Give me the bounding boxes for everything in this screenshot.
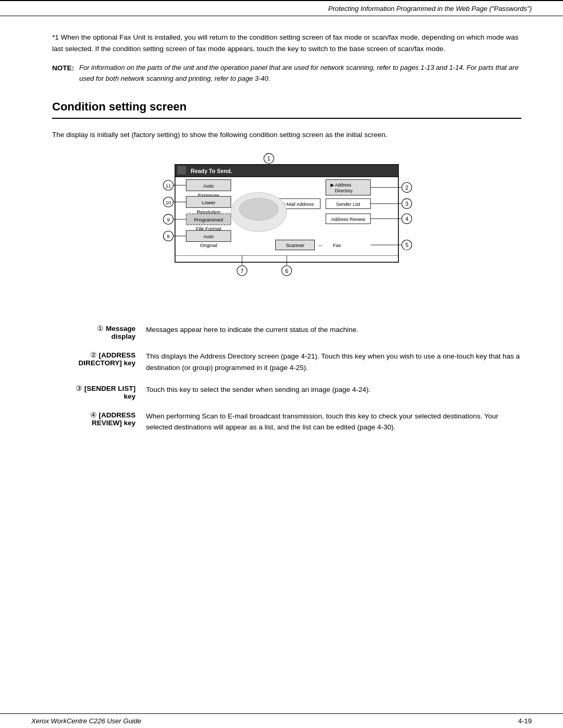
svg-text:Sender List: Sender List	[336, 202, 360, 207]
svg-text:Fax: Fax	[333, 243, 341, 249]
svg-text:Ready To Send.: Ready To Send.	[191, 168, 232, 174]
svg-text:Lower: Lower	[202, 200, 216, 205]
items-list: ① Message display Messages appear here t…	[52, 324, 521, 433]
svg-text:6: 6	[285, 268, 288, 274]
item-number-2: ②	[90, 351, 99, 359]
footer-left: Xerox WorkCentre C226 User Guide	[31, 717, 141, 725]
item-label-4-line2: REVIEW] key	[92, 419, 136, 427]
svg-point-32	[239, 198, 278, 220]
svg-text:8: 8	[167, 234, 169, 240]
note-block: NOTE: For information on the parts of th…	[52, 63, 521, 84]
item-desc-3: Touch this key to select the sender when…	[146, 384, 521, 396]
section-heading: Condition setting screen	[52, 100, 521, 119]
item-number-3: ③	[76, 385, 84, 392]
svg-text:Scanner: Scanner	[286, 243, 305, 249]
footnote-section: *1 When the optional Fax Unit is install…	[52, 32, 521, 84]
item-label-1-line2: display	[111, 332, 136, 340]
svg-text:Original: Original	[200, 243, 217, 249]
svg-text:Auto: Auto	[203, 234, 214, 240]
svg-text:↔: ↔	[317, 243, 323, 249]
item-label-1: ① Message display	[52, 324, 136, 340]
svg-rect-4	[178, 166, 186, 174]
svg-text:9: 9	[167, 217, 169, 223]
svg-text:10: 10	[165, 200, 171, 205]
item-number-4: ④	[90, 411, 99, 419]
footer-right: 4-19	[518, 717, 532, 725]
top-header: Protecting Information Programmed in the…	[0, 0, 563, 16]
note-label: NOTE:	[52, 63, 74, 84]
svg-text:E-Mail Address: E-Mail Address	[282, 202, 314, 207]
item-label-2: ② [ADDRESS DIRECTORY] key	[52, 351, 136, 367]
diagram-svg: 1 Ready To Send. Auto Exposure Lower Res…	[130, 151, 443, 307]
page-container: Protecting Information Programmed in the…	[0, 0, 563, 728]
item-row-4: ④ [ADDRESS REVIEW] key When performing S…	[52, 411, 521, 433]
footnote-text: *1 When the optional Fax Unit is install…	[52, 32, 521, 54]
header-title: Protecting Information Programmed in the…	[328, 5, 532, 13]
item-label-1-line1: Message	[106, 325, 136, 332]
item-label-3-line1: [SENDER LIST]	[84, 385, 136, 392]
bottom-footer: Xerox WorkCentre C226 User Guide 4-19	[0, 713, 563, 728]
item-label-3: ③ [SENDER LIST] key	[52, 384, 136, 400]
svg-text:4: 4	[405, 216, 408, 222]
note-text: For information on the parts of the unit…	[79, 63, 521, 84]
svg-text:Auto: Auto	[203, 183, 214, 189]
svg-text:Directory: Directory	[335, 189, 353, 194]
svg-text:1: 1	[267, 156, 271, 162]
item-number-1: ①	[97, 325, 106, 332]
svg-text:Address Review: Address Review	[331, 217, 365, 222]
item-row-3: ③ [SENDER LIST] key Touch this key to se…	[52, 384, 521, 400]
item-row-2: ② [ADDRESS DIRECTORY] key This displays …	[52, 351, 521, 373]
svg-text:3: 3	[405, 201, 408, 207]
item-label-2-line1: [ADDRESS	[99, 351, 136, 359]
svg-text:11: 11	[165, 183, 171, 189]
item-label-4-line1: [ADDRESS	[99, 411, 136, 419]
item-desc-2: This displays the Address Directory scre…	[146, 351, 521, 373]
svg-text:▶ Address: ▶ Address	[331, 182, 351, 188]
item-desc-1: Messages appear here to indicate the cur…	[146, 324, 521, 336]
svg-text:7: 7	[240, 268, 243, 274]
diagram-container: 1 Ready To Send. Auto Exposure Lower Res…	[130, 151, 443, 309]
main-content: *1 When the optional Fax Unit is install…	[0, 16, 563, 475]
item-desc-4: When performing Scan to E-mail broadcast…	[146, 411, 521, 433]
svg-text:2: 2	[405, 184, 408, 191]
item-label-2-line2: DIRECTORY] key	[78, 359, 136, 367]
item-row-1: ① Message display Messages appear here t…	[52, 324, 521, 340]
section-description: The display is initially set (factory se…	[52, 129, 521, 141]
item-label-3-line2: key	[124, 392, 136, 400]
svg-text:Programmed: Programmed	[194, 217, 223, 223]
item-label-4: ④ [ADDRESS REVIEW] key	[52, 411, 136, 427]
svg-text:5: 5	[405, 242, 408, 249]
